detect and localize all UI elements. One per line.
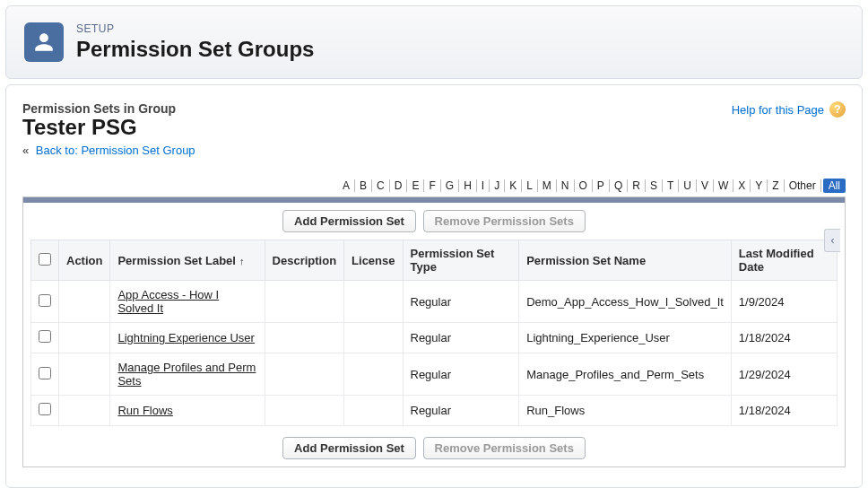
- page-title: Permission Set Groups: [76, 37, 314, 62]
- content-card: Permission Sets in Group Tester PSG « Ba…: [5, 84, 863, 488]
- alpha-filter-x[interactable]: X: [733, 179, 751, 192]
- add-permission-set-button[interactable]: Add Permission Set: [282, 210, 416, 232]
- section-label: Permission Sets in Group: [22, 101, 195, 116]
- alpha-filter-all[interactable]: All: [823, 179, 846, 193]
- alpha-filter-e[interactable]: E: [407, 179, 424, 192]
- alpha-filter-w[interactable]: W: [714, 179, 733, 192]
- alpha-filter-y[interactable]: Y: [751, 179, 768, 192]
- row-action-cell: [59, 323, 110, 353]
- alpha-filter-u[interactable]: U: [679, 179, 697, 192]
- select-all-checkbox[interactable]: [39, 253, 51, 266]
- row-action-cell: [59, 396, 110, 426]
- row-license: [344, 281, 403, 323]
- alpha-filter-z[interactable]: Z: [768, 179, 784, 192]
- alpha-filter-c[interactable]: C: [372, 179, 390, 192]
- col-action[interactable]: Action: [59, 240, 110, 281]
- alpha-filter-h[interactable]: H: [459, 179, 477, 192]
- user-icon: [24, 22, 64, 62]
- alpha-filter-t[interactable]: T: [663, 179, 679, 192]
- row-description: [265, 281, 344, 323]
- row-action-cell: [59, 281, 110, 323]
- row-type: Regular: [403, 396, 519, 426]
- col-modified[interactable]: Last Modified Date: [731, 240, 837, 281]
- help-link[interactable]: Help for this Page ?: [732, 101, 846, 118]
- alpha-filter: ABCDEFGHIJKLMNOPQRSTUVWXYZOtherAll: [22, 179, 846, 193]
- back-link-row: « Back to: Permission Set Group: [22, 144, 195, 157]
- remove-permission-sets-button[interactable]: Remove Permission Sets: [423, 210, 586, 232]
- row-modified: 1/18/2024: [731, 396, 837, 426]
- help-icon: ?: [829, 101, 846, 118]
- alpha-filter-j[interactable]: J: [490, 179, 505, 192]
- row-type: Regular: [403, 281, 519, 323]
- permission-sets-table: Action Permission Set Label↑ Description…: [30, 240, 838, 426]
- permission-set-link[interactable]: App Access - How I Solved It: [117, 288, 219, 315]
- button-row-top: Add Permission Set Remove Permission Set…: [23, 203, 845, 240]
- col-type[interactable]: Permission Set Type: [403, 240, 519, 281]
- row-action-cell: [59, 353, 110, 396]
- laquo-glyph: «: [22, 144, 29, 157]
- row-name: Run_Flows: [519, 396, 732, 426]
- col-license[interactable]: License: [344, 240, 403, 281]
- table-row: Manage Profiles and Perm SetsRegularMana…: [31, 353, 838, 396]
- row-license: [344, 396, 403, 426]
- row-type: Regular: [403, 323, 519, 353]
- chevron-left-icon: ‹: [831, 234, 835, 247]
- back-link[interactable]: Back to: Permission Set Group: [36, 144, 195, 157]
- row-license: [344, 353, 403, 396]
- alpha-filter-d[interactable]: D: [390, 179, 408, 192]
- sort-ascending-icon: ↑: [239, 256, 245, 266]
- row-description: [265, 323, 344, 353]
- remove-permission-sets-button-bottom[interactable]: Remove Permission Sets: [423, 437, 586, 459]
- table-row: App Access - How I Solved ItRegularDemo_…: [31, 281, 838, 323]
- permission-set-link[interactable]: Manage Profiles and Perm Sets: [117, 361, 256, 388]
- col-name[interactable]: Permission Set Name: [519, 240, 732, 281]
- row-checkbox[interactable]: [39, 403, 51, 415]
- alpha-filter-p[interactable]: P: [593, 179, 610, 192]
- button-row-bottom: Add Permission Set Remove Permission Set…: [23, 430, 845, 466]
- row-description: [265, 353, 344, 396]
- row-name: Manage_Profiles_and_Perm_Sets: [519, 353, 732, 396]
- alpha-filter-i[interactable]: I: [477, 179, 490, 192]
- alpha-filter-r[interactable]: R: [628, 179, 646, 192]
- table-row: Lightning Experience UserRegularLightnin…: [31, 323, 838, 353]
- alpha-filter-s[interactable]: S: [646, 179, 663, 192]
- row-checkbox[interactable]: [39, 294, 51, 307]
- alpha-filter-l[interactable]: L: [522, 179, 538, 192]
- collapse-tab[interactable]: ‹: [824, 229, 840, 252]
- row-license: [344, 323, 403, 353]
- alpha-filter-f[interactable]: F: [424, 179, 440, 192]
- page-header: SETUP Permission Set Groups: [5, 5, 863, 79]
- alpha-filter-b[interactable]: B: [355, 179, 372, 192]
- row-modified: 1/18/2024: [731, 323, 837, 353]
- row-type: Regular: [403, 353, 519, 396]
- alpha-filter-v[interactable]: V: [697, 179, 714, 192]
- breadcrumb: SETUP: [76, 22, 314, 35]
- alpha-filter-other[interactable]: Other: [785, 179, 821, 192]
- add-permission-set-button-bottom[interactable]: Add Permission Set: [282, 437, 416, 459]
- row-checkbox[interactable]: [39, 330, 51, 343]
- alpha-filter-n[interactable]: N: [557, 179, 575, 192]
- alpha-filter-o[interactable]: O: [575, 179, 593, 192]
- group-name: Tester PSG: [22, 115, 195, 140]
- col-description[interactable]: Description: [265, 240, 344, 281]
- table-row: Run FlowsRegularRun_Flows1/18/2024: [31, 396, 838, 426]
- alpha-filter-k[interactable]: K: [505, 179, 522, 192]
- permission-set-link[interactable]: Lightning Experience User: [117, 331, 254, 344]
- alpha-filter-g[interactable]: G: [441, 179, 459, 192]
- alpha-filter-m[interactable]: M: [538, 179, 557, 192]
- permission-set-link[interactable]: Run Flows: [117, 404, 172, 417]
- row-description: [265, 396, 344, 426]
- col-label[interactable]: Permission Set Label↑: [110, 240, 265, 281]
- row-checkbox[interactable]: [39, 367, 51, 379]
- alpha-filter-a[interactable]: A: [338, 179, 355, 192]
- help-link-label: Help for this Page: [732, 103, 824, 117]
- row-modified: 1/9/2024: [731, 281, 837, 323]
- alpha-filter-q[interactable]: Q: [610, 179, 628, 192]
- table-container: Add Permission Set Remove Permission Set…: [22, 196, 846, 467]
- row-modified: 1/29/2024: [731, 353, 837, 396]
- row-name: Demo_App_Access_How_I_Solved_It: [519, 281, 732, 323]
- row-name: Lightning_Experience_User: [519, 323, 732, 353]
